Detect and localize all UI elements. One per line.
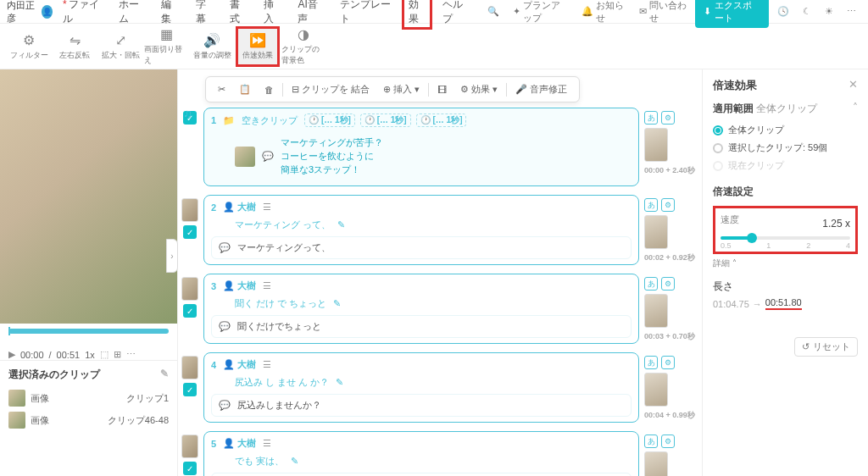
flag-settings-icon[interactable]: ⚙ — [661, 111, 675, 125]
news-button[interactable]: 🔔 お知らせ — [576, 0, 630, 28]
card-menu-icon[interactable]: ☰ — [263, 359, 271, 370]
card-menu-icon[interactable]: ☰ — [263, 202, 271, 213]
track-checkbox[interactable]: ✓ — [183, 462, 197, 475]
menu-help[interactable]: ヘルプ — [436, 0, 475, 30]
avatar[interactable]: 👤 — [42, 5, 53, 19]
history-icon[interactable]: 🕓 — [772, 3, 794, 20]
flag-button[interactable]: あ — [644, 277, 658, 291]
time-total: 00:51 — [57, 350, 81, 360]
grid-icon[interactable]: ⊞ — [114, 349, 121, 360]
planup-button[interactable]: ✦ プランアップ — [508, 0, 574, 28]
copy-icon[interactable]: 📋 — [234, 81, 256, 97]
sun-icon[interactable]: ☀ — [820, 3, 838, 20]
flag-settings-icon[interactable]: ⚙ — [661, 198, 675, 212]
scrub-bar[interactable] — [8, 329, 169, 334]
list-item[interactable]: 画像クリップ1 — [8, 387, 169, 409]
playback-rate[interactable]: 1x — [85, 350, 95, 360]
play-icon[interactable]: ▶ — [8, 349, 15, 360]
menu-edit[interactable]: 編集 — [154, 0, 185, 30]
radio-selected-clips[interactable]: 選択したクリップ: 59個 — [713, 139, 858, 157]
effect-button[interactable]: ⚙ 効果 ▾ — [455, 80, 503, 98]
tool-zoom-rotate[interactable]: ⤢拡大・回転 — [98, 26, 142, 67]
flag-button[interactable]: あ — [644, 111, 658, 125]
user-block[interactable]: 内田正彦 👤 — [7, 0, 53, 25]
track-checkbox[interactable]: ✓ — [183, 383, 197, 396]
combine-button[interactable]: ⊟ クリップを 結合 — [287, 80, 375, 98]
menu-file[interactable]: ファイル — [56, 0, 108, 30]
tool-transition[interactable]: ▦画面切り替え — [144, 26, 188, 67]
right-panel: 倍速効果✕ 適用範囲 全体クリップ˄ 全体クリップ 選択したクリップ: 59個 … — [702, 69, 868, 476]
clip-card[interactable]: 5👤 大樹☰ でも 実は、✎ 💬でも実は、 — [203, 431, 639, 476]
menu-home[interactable]: ホーム — [112, 0, 151, 30]
flag-button[interactable]: あ — [644, 356, 658, 369]
speed-slider[interactable] — [721, 236, 850, 240]
voicefix-button[interactable]: 🎤 音声修正 — [510, 80, 572, 98]
tool-bgcolor[interactable]: ◑クリップの背景色 — [281, 26, 326, 67]
slider-knob[interactable] — [747, 233, 757, 243]
tool-speed[interactable]: ⏩倍速効果 — [236, 26, 280, 67]
zoom-icon: ⤢ — [115, 32, 126, 48]
chevron-up-icon[interactable]: ˄ — [853, 102, 858, 116]
card-menu-icon[interactable]: ☰ — [263, 438, 271, 449]
clip-card[interactable]: 1 📁 空きクリップ 🕐 [… 1秒] 🕐 [… 1秒] 🕐 [… 1秒] 💬 … — [203, 108, 639, 186]
list-item[interactable]: 画像クリップ46-48 — [8, 409, 169, 431]
search-icon[interactable]: 🔍 — [482, 3, 504, 20]
card-menu-icon[interactable]: ☰ — [263, 280, 271, 291]
video-preview[interactable] — [0, 69, 177, 324]
fastforward-icon: ⏩ — [249, 32, 266, 48]
menu-insert[interactable]: 挿入 — [257, 0, 287, 30]
flag-button[interactable]: あ — [644, 198, 658, 212]
filter-icon: ⚙ — [23, 32, 35, 48]
clip-thumb — [8, 390, 25, 407]
pencil-icon[interactable]: ✎ — [336, 377, 343, 388]
flag-settings-icon[interactable]: ⚙ — [661, 434, 675, 448]
scrub-area — [0, 324, 177, 349]
cut-icon[interactable]: ✂ — [213, 81, 231, 97]
export-button[interactable]: ⬇ エクスポート — [695, 0, 769, 28]
track-row: ✓ 4👤 大樹☰ 尻込み し ませ ん か？✎ 💬尻込みしませんか？ あ⚙00:… — [181, 352, 695, 423]
tool-volume[interactable]: 🔊音量の調整 — [190, 26, 234, 67]
expand-handle[interactable]: › — [166, 239, 178, 273]
menu-format[interactable]: 書式 — [223, 0, 253, 30]
menu-template[interactable]: テンプレート — [333, 0, 398, 30]
track-checkbox[interactable]: ✓ — [183, 304, 197, 318]
result-thumb[interactable] — [644, 294, 668, 328]
pencil-icon[interactable]: ✎ — [291, 456, 298, 467]
contact-button[interactable]: ✉ 問い合わせ — [634, 0, 693, 28]
result-thumb[interactable] — [644, 451, 668, 476]
menu-effect[interactable]: 効果 — [402, 0, 432, 30]
flag-button[interactable]: あ — [644, 434, 658, 448]
tool-flip[interactable]: ⇋左右反転 — [53, 26, 97, 67]
menu-subtitle[interactable]: 字幕 — [189, 0, 220, 30]
user-name: 内田正彦 — [7, 0, 38, 25]
clip-card[interactable]: 3👤 大樹☰ 聞く だけ で ちょっと✎ 💬聞くだけでちょっと — [203, 274, 639, 344]
result-thumb[interactable] — [644, 373, 668, 407]
result-thumb[interactable] — [644, 215, 668, 249]
length-old: 01:04.75 — [713, 299, 749, 309]
moon-icon[interactable]: ☾ — [798, 3, 816, 20]
music-icon[interactable]: ♫ — [183, 107, 192, 120]
more-controls-icon[interactable]: ⋯ — [126, 349, 136, 360]
clip-card[interactable]: 2👤 大樹☰ マーケティング って、✎ 💬マーケティングって、 — [203, 195, 639, 265]
clip-card[interactable]: 4👤 大樹☰ 尻込み し ませ ん か？✎ 💬尻込みしませんか？ — [203, 352, 639, 423]
flag-settings-icon[interactable]: ⚙ — [661, 277, 675, 291]
menu-ai-voice[interactable]: AI音声 — [291, 0, 330, 30]
track-row: ✓ 5👤 大樹☰ でも 実は、✎ 💬でも実は、 あ⚙00:05 + 0.67秒 — [181, 431, 695, 476]
media-icon[interactable]: 🎞 — [432, 82, 452, 97]
edit-selection-icon[interactable]: ✎ — [160, 368, 169, 382]
flag-settings-icon[interactable]: ⚙ — [661, 356, 675, 369]
tool-filter[interactable]: ⚙フィルター — [7, 26, 51, 67]
result-thumb[interactable] — [644, 128, 668, 162]
insert-button[interactable]: ⊕ 挿入 ▾ — [378, 80, 425, 98]
close-icon[interactable]: ✕ — [849, 78, 858, 93]
detail-toggle[interactable]: 詳細 ˄ — [713, 257, 858, 269]
pencil-icon[interactable]: ✎ — [333, 298, 341, 309]
focus-icon[interactable]: ⬚ — [100, 349, 108, 360]
more-icon[interactable]: ⋯ — [842, 3, 861, 20]
track-checkbox[interactable]: ✓ — [183, 225, 197, 239]
delete-icon[interactable]: 🗑 — [259, 82, 279, 97]
reset-button[interactable]: ↺ リセット — [794, 337, 858, 357]
radio-all-clips[interactable]: 全体クリップ — [713, 121, 858, 139]
clip-number: 1 — [211, 115, 216, 125]
pencil-icon[interactable]: ✎ — [337, 219, 345, 230]
